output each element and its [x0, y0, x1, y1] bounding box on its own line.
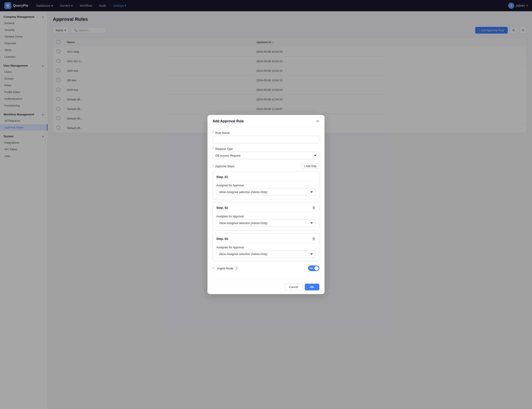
- toggle-on-label: ON: [310, 267, 313, 270]
- step-1-assignee-group: Assignee for Approval Allow Assignee sel…: [216, 184, 316, 196]
- info-icon[interactable]: ℹ: [235, 267, 238, 270]
- request-type-group: * Request Type DB Access Request Server …: [213, 147, 319, 159]
- toggle-thumb: [314, 266, 319, 270]
- urgent-mode-toggle[interactable]: ON: [308, 265, 319, 271]
- step-3-delete-button[interactable]: 🗑: [312, 237, 316, 241]
- step-3-assignee-select[interactable]: Allow Assignee selection (Admin-Only): [216, 250, 316, 258]
- rule-name-label: * Rule Name: [213, 131, 319, 134]
- required-mark: *: [213, 147, 214, 150]
- step-1-name: Step. 01: [216, 175, 228, 179]
- modal-body: * Rule Name * Request Type DB Access Req…: [207, 127, 325, 280]
- step-2-name: Step. 02: [216, 206, 228, 209]
- close-button[interactable]: ✕: [316, 119, 319, 123]
- urgent-mode-label: Urgent Mode ℹ: [217, 267, 238, 270]
- modal-header: Add Approval Rule ✕: [207, 115, 325, 127]
- step-2-delete-button[interactable]: 🗑: [312, 206, 316, 210]
- step-3-name: Step. 03: [216, 237, 228, 241]
- required-mark: *: [213, 165, 214, 168]
- required-mark: *: [213, 131, 214, 134]
- approval-steps-group: * Approval Steps + Add Step Step. 01 Ass…: [213, 163, 319, 261]
- step-3-assignee-group: Assignee for Approval Allow Assignee sel…: [216, 246, 316, 258]
- required-mark: *: [213, 267, 214, 270]
- urgent-mode-row: * Urgent Mode ℹ ON: [213, 265, 319, 271]
- request-type-select[interactable]: DB Access Request Server Access Request: [213, 152, 319, 159]
- add-step-button[interactable]: + Add Step: [301, 163, 319, 169]
- ok-button[interactable]: OK: [305, 284, 320, 290]
- toggle-track[interactable]: ON: [308, 265, 319, 271]
- step-2-assignee-group: Assignee for Approval Allow Assignee sel…: [216, 215, 316, 227]
- step-3-header: Step. 03 🗑: [216, 237, 316, 243]
- step-2-header: Step. 02 🗑: [216, 206, 316, 212]
- step-1-assignee-label: Assignee for Approval: [216, 184, 316, 187]
- step-2-assignee-select[interactable]: Allow Assignee selection (Admin-Only): [216, 219, 316, 227]
- steps-header: * Approval Steps + Add Step: [213, 163, 319, 169]
- modal-footer: Cancel OK: [207, 280, 325, 294]
- request-type-label: * Request Type: [213, 147, 319, 150]
- step-1-assignee-select[interactable]: Allow Assignee selection (Admin-Only): [216, 188, 316, 196]
- cancel-button[interactable]: Cancel: [285, 283, 303, 291]
- step-card-3: Step. 03 🗑 Assignee for Approval Allow A…: [213, 233, 319, 261]
- add-approval-rule-modal: Add Approval Rule ✕ * Rule Name * Reques…: [207, 115, 325, 294]
- step-card-2: Step. 02 🗑 Assignee for Approval Allow A…: [213, 202, 319, 231]
- modal-title: Add Approval Rule: [213, 119, 244, 123]
- rule-name-group: * Rule Name: [213, 131, 319, 143]
- step-2-assignee-label: Assignee for Approval: [216, 215, 316, 218]
- step-card-1: Step. 01 Assignee for Approval Allow Ass…: [213, 172, 319, 200]
- step-3-assignee-label: Assignee for Approval: [216, 246, 316, 249]
- modal-overlay: Add Approval Rule ✕ * Rule Name * Reques…: [0, 0, 532, 409]
- rule-name-input[interactable]: [213, 136, 319, 143]
- step-1-header: Step. 01: [216, 175, 316, 181]
